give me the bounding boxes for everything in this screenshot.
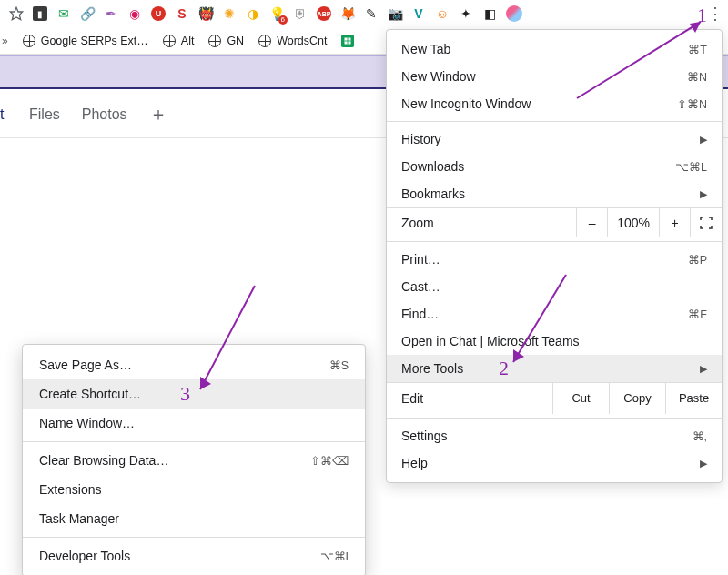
annotation-number-2: 2 xyxy=(499,357,509,380)
ext-puzzle-icon[interactable]: ✦ xyxy=(459,6,473,21)
bookmark-wordscnt[interactable]: WordsCnt xyxy=(258,35,327,47)
bookmark-serps[interactable]: Google SERPs Ext… xyxy=(23,35,148,47)
submenu-label: Clear Browsing Data… xyxy=(39,453,310,468)
ext-metamask[interactable]: 🦊 xyxy=(340,6,355,21)
menu-label: Print… xyxy=(401,252,688,267)
menu-more-tools[interactable]: More Tools ▶ xyxy=(387,355,722,382)
ext-pink[interactable]: ◉ xyxy=(127,6,142,21)
submenu-label: Developer Tools xyxy=(39,549,320,563)
menu-edit-row: Edit Cut Copy Paste xyxy=(387,382,722,414)
zoom-in-button[interactable]: + xyxy=(659,208,690,237)
menu-label: History xyxy=(401,132,694,146)
annotation-number-3: 3 xyxy=(180,382,190,406)
menu-label: More Tools xyxy=(401,361,694,376)
menu-shortcut: ⌘F xyxy=(688,308,707,321)
menu-zoom-row: Zoom – 100% + xyxy=(387,207,722,237)
menu-new-window[interactable]: New Window ⌘N xyxy=(387,63,722,90)
ext-vue[interactable]: V xyxy=(411,6,426,21)
bookmark-alt[interactable]: Alt xyxy=(163,35,195,47)
bookmark-gn[interactable]: GN xyxy=(208,35,244,47)
ext-similarweb[interactable]: ◑ xyxy=(246,6,260,21)
zoom-out-button[interactable]: – xyxy=(576,208,607,237)
menu-label: New Incognito Window xyxy=(401,96,677,111)
menu-separator xyxy=(23,537,365,538)
edit-copy-button[interactable]: Copy xyxy=(609,383,665,414)
ext-bulb-badge: 6 xyxy=(278,15,288,25)
submenu-create-shortcut[interactable]: Create Shortcut… xyxy=(23,379,365,409)
menu-shortcut: ⇧⌘N xyxy=(677,97,707,111)
ext-shield[interactable]: ⛨ xyxy=(293,6,308,21)
menu-new-incognito[interactable]: New Incognito Window ⇧⌘N xyxy=(387,90,722,117)
add-tab-button[interactable]: ＋ xyxy=(149,102,167,126)
svg-marker-0 xyxy=(10,7,22,19)
submenu-developer-tools[interactable]: Developer Tools ⌥⌘I xyxy=(23,541,365,570)
browser-menu-button[interactable]: ⋮ xyxy=(706,4,724,24)
submenu-task-manager[interactable]: Task Manager xyxy=(23,504,365,533)
ext-gear[interactable]: ✺ xyxy=(222,6,237,21)
ext-bulb[interactable]: 💡6 xyxy=(269,6,284,21)
star-icon[interactable] xyxy=(9,6,24,21)
ext-panel-icon[interactable]: ◧ xyxy=(482,6,497,21)
submenu-name-window[interactable]: Name Window… xyxy=(23,409,365,438)
submenu-label: Name Window… xyxy=(39,416,349,430)
edit-paste-button[interactable]: Paste xyxy=(665,383,722,414)
globe-icon xyxy=(163,35,176,47)
menu-shortcut: ⌘T xyxy=(688,43,707,56)
menu-help[interactable]: Help ▶ xyxy=(387,449,722,477)
menu-label: Bookmarks xyxy=(401,187,694,201)
ext-orange[interactable]: 👹 xyxy=(198,6,213,21)
menu-open-chat[interactable]: Open in Chat | Microsoft Teams xyxy=(387,328,722,355)
ext-abp[interactable]: ABP xyxy=(317,6,331,21)
menu-print[interactable]: Print… ⌘P xyxy=(387,246,722,273)
menu-cast[interactable]: Cast… xyxy=(387,273,722,300)
menu-bookmarks[interactable]: Bookmarks ▶ xyxy=(387,180,722,207)
ext-lastpass[interactable]: ▮ xyxy=(33,6,47,21)
globe-icon xyxy=(258,35,271,47)
menu-label: Help xyxy=(401,456,694,470)
ext-camera[interactable]: 📷 xyxy=(388,6,402,21)
menu-shortcut: ⌘N xyxy=(687,70,707,84)
globe-icon xyxy=(23,35,35,47)
ext-seo[interactable]: S xyxy=(175,6,189,21)
menu-separator xyxy=(23,441,365,442)
bookmark-sheets[interactable] xyxy=(341,35,354,47)
zoom-percent: 100% xyxy=(607,208,659,237)
ext-feather[interactable]: ✒︎ xyxy=(104,6,118,21)
menu-history[interactable]: History ▶ xyxy=(387,126,722,153)
fullscreen-button[interactable] xyxy=(690,208,722,237)
menu-settings[interactable]: Settings ⌘, xyxy=(387,422,722,449)
menu-label: Cast… xyxy=(401,279,707,294)
menu-downloads[interactable]: Downloads ⌥⌘L xyxy=(387,153,722,180)
menu-shortcut: ⌥⌘L xyxy=(675,160,707,174)
browser-main-menu: New Tab ⌘T New Window ⌘N New Incognito W… xyxy=(386,29,723,483)
menu-new-tab[interactable]: New Tab ⌘T xyxy=(387,35,722,63)
chevron-right-icon: ▶ xyxy=(700,363,707,375)
menu-label: New Tab xyxy=(401,42,688,56)
menu-label: Find… xyxy=(401,307,688,321)
menu-find[interactable]: Find… ⌘F xyxy=(387,300,722,328)
profile-avatar[interactable] xyxy=(506,5,522,22)
submenu-label: Task Manager xyxy=(39,511,349,526)
submenu-label: Extensions xyxy=(39,482,349,497)
annotation-number-1: 1 xyxy=(697,4,707,27)
bookmark-label: Google SERPs Ext… xyxy=(41,35,148,47)
ext-pen[interactable]: ✎ xyxy=(364,6,379,21)
submenu-extensions[interactable]: Extensions xyxy=(23,475,365,504)
page-tab-active[interactable]: t xyxy=(0,106,7,123)
page-tab-files[interactable]: Files xyxy=(29,106,60,123)
edit-cut-button[interactable]: Cut xyxy=(552,383,609,414)
ext-bot[interactable]: ☺ xyxy=(435,6,450,21)
submenu-shortcut: ⌘S xyxy=(329,358,349,372)
ext-link[interactable]: 🔗 xyxy=(80,6,95,21)
submenu-clear-browsing[interactable]: Clear Browsing Data… ⇧⌘⌫ xyxy=(23,446,365,475)
submenu-save-page[interactable]: Save Page As… ⌘S xyxy=(23,350,365,379)
chevron-right-icon: ▶ xyxy=(700,134,707,146)
menu-label: Downloads xyxy=(401,159,675,174)
page-tab-photos[interactable]: Photos xyxy=(82,106,127,123)
submenu-label: Save Page As… xyxy=(39,358,329,372)
menu-shortcut: ⌘, xyxy=(693,429,707,443)
menu-edit-label: Edit xyxy=(387,383,552,414)
ext-mail[interactable]: ✉︎ xyxy=(56,6,71,21)
bookmarks-overflow-icon[interactable]: » xyxy=(2,35,8,47)
ext-ublock[interactable]: U xyxy=(151,6,166,21)
